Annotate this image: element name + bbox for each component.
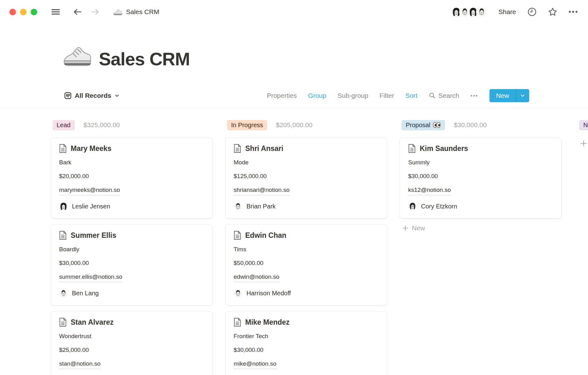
sub-group-button[interactable]: Sub-group [337, 92, 368, 99]
forward-arrow-icon[interactable] [90, 7, 100, 17]
page-icon [234, 144, 241, 153]
owner-name: Cory Etzkorn [421, 203, 457, 210]
updates-clock-icon[interactable] [527, 7, 537, 17]
card-email-link[interactable]: summer.ellis@notion.so [59, 273, 122, 282]
new-button-label[interactable]: New [489, 89, 516, 102]
card-name: Mary Meeks [71, 144, 111, 153]
column-header: Lead $325,000.00 [51, 119, 213, 131]
board-column-in-progress: In Progress $205,000.00 Shri Ansari Mode… [225, 119, 387, 375]
card-kim-saunders[interactable]: Kim Saunders Summly $30,000.00 ks12@noti… [400, 138, 562, 218]
view-switcher[interactable]: All Records [64, 92, 119, 99]
card-company: Wondertrust [59, 332, 204, 340]
column-sum: $325,000.00 [84, 121, 120, 129]
column-header: Proposal $30,000.00 [400, 119, 562, 131]
card-company: Summly [408, 158, 553, 167]
collaborator-avatar[interactable] [476, 6, 487, 18]
page-icon [59, 144, 67, 153]
owner-avatar [59, 202, 68, 211]
filter-button[interactable]: Filter [379, 92, 394, 99]
card-company: Mode [234, 158, 379, 167]
share-button[interactable]: Share [499, 8, 516, 16]
card-amount: $25,000.00 [59, 346, 204, 354]
eyes-emoji-icon [433, 122, 441, 128]
card-edwin-chan[interactable]: Edwin Chan Tims $50,000.00 edwin@notion.… [225, 224, 387, 305]
chevron-down-icon [114, 93, 119, 98]
card-mike-mendez[interactable]: Mike Mendez Frontier Tech $30,000.00 mik… [225, 311, 387, 375]
minimize-window-button[interactable] [20, 9, 27, 15]
card-shri-ansari[interactable]: Shri Ansari Mode $125,000.00 shriansari@… [225, 138, 387, 218]
add-card-button[interactable]: New [400, 224, 562, 232]
page-icon [59, 318, 67, 327]
owner-name: Brian Park [246, 203, 276, 210]
page-icon [234, 318, 241, 327]
add-card-plus-icon[interactable] [580, 140, 587, 147]
plus-icon [402, 225, 408, 231]
page-icon [59, 231, 67, 240]
owner-name: Leslie Jensen [72, 203, 110, 210]
card-name: Kim Saunders [420, 144, 468, 153]
card-owner: Cory Etzkorn [408, 202, 553, 211]
page-icon [234, 231, 241, 240]
card-name: Stan Alvarez [71, 318, 114, 327]
card-name: Edwin Chan [245, 231, 286, 240]
card-email-link[interactable]: edwin@notion.so [234, 273, 279, 282]
status-badge-truncated[interactable]: N [579, 120, 588, 130]
card-email-link[interactable]: stan@notion.so [59, 360, 100, 369]
owner-avatar [234, 289, 242, 298]
sneaker-emoji-icon [113, 7, 122, 17]
window-controls [9, 9, 37, 15]
card-company: Frontier Tech [234, 332, 379, 340]
card-stan-alvarez[interactable]: Stan Alvarez Wondertrust $25,000.00 stan… [51, 311, 213, 375]
status-label: Proposal [406, 122, 430, 129]
card-email-link[interactable]: shriansari@notion.so [234, 186, 290, 195]
favorite-star-icon[interactable] [548, 7, 557, 17]
card-name: Summer Ellis [71, 231, 116, 240]
card-owner: Ben Lang [59, 289, 204, 298]
new-record-button[interactable]: New [489, 89, 529, 102]
page-sneaker-emoji-icon[interactable] [62, 41, 91, 70]
column-header: In Progress $205,000.00 [225, 119, 387, 131]
status-badge-lead[interactable]: Lead [53, 120, 75, 130]
close-window-button[interactable] [9, 9, 16, 15]
search-label: Search [438, 92, 459, 99]
status-badge-in-progress[interactable]: In Progress [227, 120, 267, 130]
card-mary-meeks[interactable]: Mary Meeks Bark $20,000.00 marymeeks@not… [51, 138, 213, 218]
breadcrumb-doc-title[interactable]: Sales CRM [113, 7, 159, 17]
card-email-link[interactable]: mike@notion.so [234, 360, 276, 369]
view-name: All Records [75, 92, 111, 99]
owner-avatar [59, 289, 68, 298]
status-badge-proposal[interactable]: Proposal [402, 120, 445, 130]
card-amount: $30,000.00 [408, 172, 553, 180]
doc-title-text: Sales CRM [126, 8, 159, 16]
sidebar-menu-icon[interactable] [51, 7, 60, 17]
chevron-down-icon [520, 93, 525, 98]
column-sum: $205,000.00 [276, 121, 312, 129]
sort-button[interactable]: Sort [405, 92, 418, 99]
owner-avatar [234, 202, 242, 211]
card-name: Shri Ansari [245, 144, 283, 153]
page-icon [408, 144, 416, 153]
back-arrow-icon[interactable] [73, 7, 82, 17]
kanban-board: Lead $325,000.00 Mary Meeks Bark $20,000… [0, 108, 588, 375]
new-button-dropdown[interactable] [516, 89, 529, 102]
more-options-icon[interactable]: ••• [569, 8, 579, 16]
card-email-link[interactable]: marymeeks@notion.so [59, 186, 120, 195]
card-name: Mike Mendez [245, 318, 290, 327]
search-button[interactable]: Search [429, 92, 459, 99]
view-more-options-icon[interactable]: ••• [470, 92, 478, 99]
card-email-link[interactable]: ks12@notion.so [408, 186, 451, 195]
column-sum: $30,000.00 [454, 121, 487, 129]
card-summer-ellis[interactable]: Summer Ellis Boardly $30,000.00 summer.e… [51, 224, 213, 305]
owner-name: Harrison Medoff [246, 290, 291, 297]
owner-avatar [408, 202, 417, 211]
card-amount: $125,000.00 [234, 172, 379, 180]
collaborator-avatars[interactable] [451, 6, 487, 18]
add-card-label: New [412, 224, 425, 232]
properties-button[interactable]: Properties [267, 92, 297, 99]
owner-name: Ben Lang [72, 290, 99, 297]
card-owner: Leslie Jensen [59, 202, 204, 211]
zoom-window-button[interactable] [31, 9, 37, 15]
group-button[interactable]: Group [308, 92, 326, 99]
board-column-truncated: N [574, 119, 588, 147]
card-company: Bark [59, 158, 204, 167]
